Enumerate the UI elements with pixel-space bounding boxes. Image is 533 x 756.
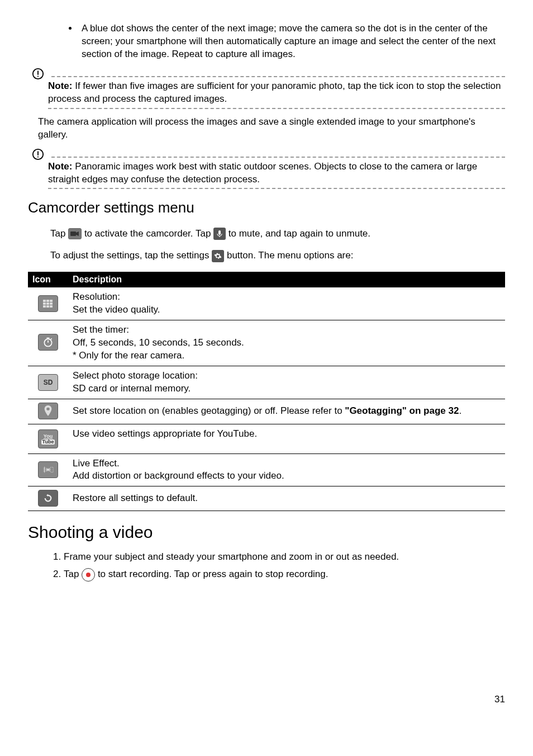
svg-rect-14 (50, 303, 53, 305)
svg-rect-9 (43, 300, 46, 302)
note-text: If fewer than five images are sufficient… (48, 81, 501, 104)
youtube-icon: YouTube (38, 429, 58, 448)
svg-rect-12 (43, 303, 46, 305)
timer-icon (38, 334, 58, 351)
heading-camcorder: Camcorder settings menu (28, 198, 505, 218)
svg-rect-7 (218, 230, 221, 235)
svg-line-21 (51, 339, 52, 340)
svg-point-22 (46, 407, 49, 410)
note-text: Panoramic images work best with static o… (48, 161, 477, 185)
table-row: Restore all settings to default. (28, 486, 505, 511)
svg-rect-6 (70, 231, 76, 236)
table-row: Set the timer:Off, 5 seconds, 10 seconds… (28, 320, 505, 366)
reset-icon (38, 490, 58, 507)
table-row: Live Effect.Add distortion or background… (28, 453, 505, 486)
record-icon (82, 568, 95, 582)
th-icon: Icon (28, 272, 68, 287)
note-label: Note: (48, 81, 72, 91)
gear-icon (212, 250, 224, 262)
svg-rect-2 (37, 75, 39, 77)
camcorder-icon (68, 228, 82, 239)
bullet-item: A blue dot shows the center of the next … (78, 22, 505, 61)
svg-rect-1 (37, 70, 39, 74)
svg-rect-11 (50, 300, 53, 302)
svg-rect-5 (37, 156, 39, 157)
geotag-icon (38, 403, 58, 419)
dashed-separator (48, 108, 505, 109)
step-1: Frame your subject and steady your smart… (64, 551, 505, 564)
table-row: SD Select photo storage location:SD card… (28, 366, 505, 399)
svg-rect-15 (43, 305, 46, 308)
step-2: Tap to start recording. Tap or press aga… (64, 568, 505, 582)
note-block-1: Note: If fewer than five images are suff… (28, 68, 505, 109)
table-row: Resolution:Set the video quality. (28, 287, 505, 320)
resolution-icon (38, 295, 58, 312)
bullet-list: A blue dot shows the center of the next … (28, 22, 505, 61)
svg-rect-10 (46, 300, 49, 302)
note-block-2: Note: Panoramic images work best with st… (28, 148, 505, 190)
svg-rect-16 (46, 305, 49, 308)
th-desc: Description (68, 272, 505, 287)
table-row: YouTube Use video settings appropriate f… (28, 424, 505, 453)
paragraph: The camera application will process the … (38, 116, 505, 141)
heading-shooting-video: Shooting a video (28, 521, 505, 544)
settings-table: Icon Description Resolution:Set the vide… (28, 272, 505, 511)
page-number: 31 (28, 693, 505, 706)
svg-rect-17 (50, 305, 53, 308)
mute-icon (213, 228, 226, 240)
settings-instruction: To adjust the settings, tap the settings… (50, 249, 505, 262)
svg-rect-23 (51, 467, 54, 472)
camcorder-instruction: Tap to activate the camcorder. Tap to mu… (50, 228, 505, 240)
note-label: Note: (48, 161, 72, 172)
dashed-separator (48, 188, 505, 189)
svg-point-18 (44, 339, 51, 346)
sd-icon: SD (38, 374, 58, 391)
note-icon (28, 148, 48, 160)
live-effect-icon (38, 461, 58, 478)
svg-rect-13 (46, 303, 49, 305)
table-row: Set store location on (enables geotaggin… (28, 399, 505, 424)
steps-list: Frame your subject and steady your smart… (50, 551, 505, 582)
note-icon (28, 68, 48, 80)
svg-rect-4 (37, 151, 39, 155)
